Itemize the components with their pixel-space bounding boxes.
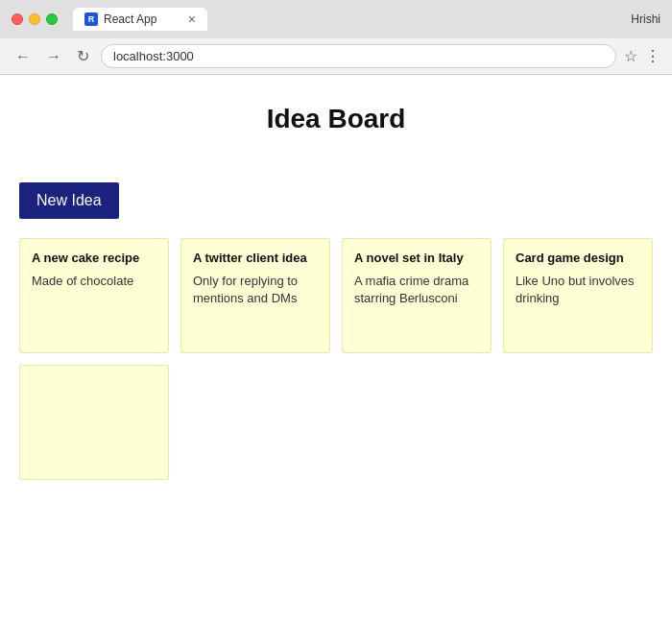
card-body: Made of chocolate [32,273,156,290]
card-body: A mafia crime drama starring Berlusconi [354,273,479,307]
titlebar: R React App × Hrishi [0,0,672,38]
tab-bar: R React App × [73,8,623,31]
minimize-window-button[interactable] [29,13,40,25]
card-body: Only for replying to mentions and DMs [193,273,318,307]
card-title: A new cake recipe [32,251,156,265]
card-title: A novel set in Italy [354,251,479,265]
idea-card[interactable]: A novel set in Italy A mafia crime drama… [342,238,492,353]
card-title: Card game design [516,251,640,265]
tab-title: React App [104,12,182,26]
page-content: Idea Board New Idea A new cake recipe Ma… [0,75,672,623]
maximize-window-button[interactable] [46,13,58,25]
url-text: localhost:3000 [113,49,604,63]
card-body: Like Uno but involves drinking [516,273,640,307]
browser-toolbar: ← → ↻ localhost:3000 ☆ ⋮ [0,38,672,74]
card-title: A twitter client idea [193,251,318,265]
empty-idea-card [19,365,169,480]
tab-favicon: R [84,12,98,26]
idea-card[interactable]: A twitter client idea Only for replying … [180,238,330,353]
menu-icon[interactable]: ⋮ [645,47,660,65]
browser-chrome: R React App × Hrishi ← → ↻ localhost:300… [0,0,672,75]
user-label: Hrishi [631,12,660,26]
idea-card[interactable]: A new cake recipe Made of chocolate [19,238,169,353]
address-bar[interactable]: localhost:3000 [101,44,616,68]
browser-tab[interactable]: R React App × [73,8,207,31]
tab-close-button[interactable]: × [188,12,196,26]
cards-grid: A new cake recipe Made of chocolate A tw… [19,238,653,480]
reload-button[interactable]: ↻ [73,45,93,67]
forward-button[interactable]: → [42,46,65,67]
traffic-lights [12,13,58,25]
toolbar-icons: ☆ ⋮ [624,47,660,65]
page-title: Idea Board [19,104,653,134]
back-button[interactable]: ← [12,46,35,67]
close-window-button[interactable] [12,13,23,25]
idea-card[interactable]: Card game design Like Uno but involves d… [503,238,653,353]
new-idea-button[interactable]: New Idea [19,182,119,219]
bookmark-icon[interactable]: ☆ [624,47,637,65]
